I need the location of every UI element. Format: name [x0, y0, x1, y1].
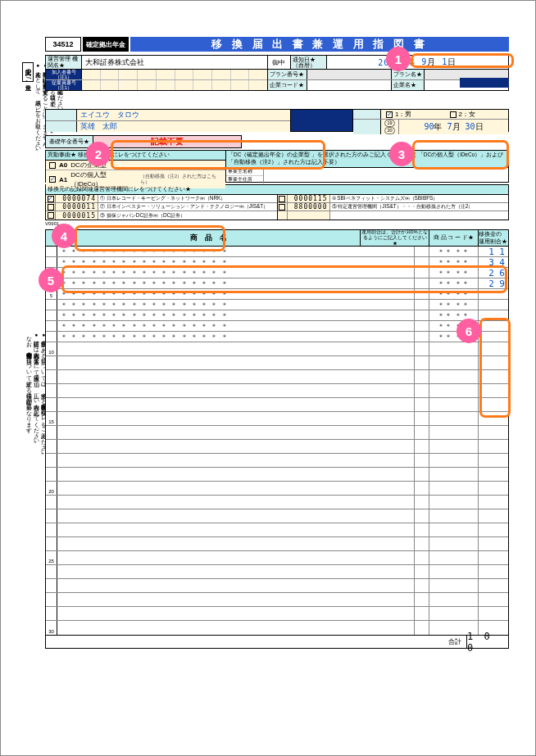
- alloc-product-code[interactable]: [429, 565, 479, 578]
- alloc-product-code[interactable]: [429, 370, 479, 383]
- rk-check-5[interactable]: [278, 203, 288, 211]
- alloc-percentage[interactable]: [479, 332, 508, 342]
- rk-check-1[interactable]: ✓: [46, 195, 56, 202]
- alloc-product-code[interactable]: ＊＊ ＊＊: [429, 300, 479, 310]
- rk-row-1[interactable]: ✓ 0000074 ① 日本レコード・キーピング・ネットワーク㈱（NRK）: [46, 195, 277, 203]
- alloc-product-code[interactable]: [429, 607, 479, 620]
- alloc-product-code[interactable]: [429, 496, 479, 509]
- subscriber-number-field[interactable]: [82, 70, 267, 79]
- alloc-product-code[interactable]: [429, 482, 479, 495]
- alloc-percentage[interactable]: [479, 384, 508, 397]
- date-value[interactable]: 20 21 9 1: [327, 56, 509, 69]
- alloc-product-name[interactable]: [57, 496, 415, 509]
- alloc-percentage[interactable]: 3 4: [479, 257, 508, 267]
- alloc-product-name[interactable]: [57, 621, 415, 635]
- alloc-product-code[interactable]: [429, 356, 479, 369]
- alloc-product-code[interactable]: ＊＊ ＊＊: [429, 247, 479, 256]
- alloc-row-empty[interactable]: [46, 384, 508, 398]
- sex-male-option[interactable]: ✓ 1：男: [381, 110, 445, 119]
- alloc-percentage[interactable]: [479, 537, 508, 550]
- alloc-product-name[interactable]: [57, 551, 415, 564]
- alloc-product-code[interactable]: [429, 579, 479, 592]
- alloc-product-name[interactable]: [57, 523, 415, 536]
- alloc-row-empty[interactable]: [46, 523, 508, 537]
- alloc-row[interactable]: ＊ ＊ ＊ ＊ ＊ ＊ ＊ ＊ ＊ ＊ ＊ ＊ ＊ ＊ ＊ ＊ ＊＊＊ ＊＊3 …: [46, 257, 508, 268]
- alloc-row-empty[interactable]: [46, 537, 508, 551]
- alloc-percentage[interactable]: [479, 593, 508, 606]
- alloc-product-name[interactable]: [57, 593, 415, 606]
- rk-row-2[interactable]: 0000011 ② 日本インベスター・ソリューション・アンド・テクノロジー㈱（J…: [46, 203, 277, 211]
- alloc-percentage[interactable]: [479, 523, 508, 536]
- alloc-product-code[interactable]: [429, 523, 479, 536]
- rk-check-4[interactable]: [278, 195, 288, 202]
- alloc-product-code[interactable]: ＊＊ ＊＊: [429, 289, 479, 299]
- alloc-product-name[interactable]: [57, 342, 415, 355]
- transfer-corp-value[interactable]: [264, 168, 508, 183]
- alloc-product-name[interactable]: [57, 565, 415, 578]
- alloc-product-name[interactable]: [57, 356, 415, 369]
- alloc-row-empty[interactable]: [46, 370, 508, 384]
- alloc-product-name[interactable]: ＊ ＊ ＊ ＊ ＊ ＊ ＊ ＊ ＊ ＊ ＊ ＊ ＊ ＊ ＊ ＊ ＊: [57, 310, 415, 320]
- alloc-product-name[interactable]: ＊ ＊ ＊ ＊ ＊ ＊ ＊ ＊ ＊ ＊ ＊ ＊ ＊ ＊ ＊ ＊ ＊: [57, 257, 415, 267]
- alloc-product-code[interactable]: [429, 454, 479, 467]
- alloc-product-code[interactable]: [429, 537, 479, 550]
- sex-male-check[interactable]: ✓: [386, 111, 393, 118]
- alloc-row-empty[interactable]: [46, 426, 508, 440]
- alloc-product-code[interactable]: ＊＊ ＊＊: [429, 278, 479, 288]
- alloc-product-name[interactable]: [57, 370, 415, 383]
- alloc-row-empty[interactable]: [46, 440, 508, 454]
- alloc-row-empty[interactable]: 30: [46, 621, 508, 635]
- alloc-percentage[interactable]: [479, 509, 508, 523]
- alloc-row-empty[interactable]: [46, 593, 508, 607]
- name-kana[interactable]: エイユウ タロウ: [77, 110, 290, 120]
- alloc-row-empty[interactable]: [46, 509, 508, 523]
- alloc-product-code[interactable]: [429, 384, 479, 397]
- alloc-percentage[interactable]: [479, 289, 508, 299]
- alloc-row-empty[interactable]: 20: [46, 482, 508, 496]
- alloc-percentage[interactable]: 1 1: [479, 247, 508, 256]
- employee-number-field[interactable]: [82, 80, 267, 90]
- alloc-product-name[interactable]: [57, 482, 415, 495]
- alloc-percentage[interactable]: [479, 310, 508, 320]
- alloc-product-name[interactable]: ＊ ＊ ＊ ＊ ＊ ＊ ＊ ＊ ＊ ＊ ＊ ＊ ＊ ＊ ＊ ＊ ＊: [57, 321, 415, 331]
- alloc-row-empty[interactable]: [46, 356, 508, 370]
- alloc-product-code[interactable]: [429, 426, 479, 439]
- alloc-product-name[interactable]: [57, 454, 415, 467]
- alloc-row-empty[interactable]: 25: [46, 551, 508, 565]
- alloc-product-name[interactable]: ＊ ＊ ＊ ＊ ＊ ＊ ＊ ＊ ＊ ＊ ＊ ＊ ＊ ＊ ＊ ＊ ＊: [57, 289, 415, 299]
- alloc-product-name[interactable]: [57, 412, 415, 425]
- alloc-product-code[interactable]: [429, 412, 479, 425]
- alloc-product-name[interactable]: [57, 440, 415, 453]
- alloc-product-code[interactable]: [429, 468, 479, 481]
- alloc-product-name[interactable]: [57, 607, 415, 620]
- dob-value[interactable]: 90 7 30: [399, 120, 508, 134]
- alloc-row[interactable]: ＊ ＊ ＊ ＊ ＊ ＊ ＊ ＊ ＊ ＊ ＊ ＊ ＊ ＊ ＊ ＊ ＊＊＊ ＊＊2 …: [46, 278, 508, 289]
- transfer-option-a0[interactable]: A0 DCの企業型: [46, 161, 225, 170]
- alloc-percentage[interactable]: [479, 440, 508, 453]
- alloc-percentage[interactable]: 2 9: [479, 278, 508, 288]
- alloc-product-name[interactable]: ＊ ＊ ＊ ＊ ＊ ＊ ＊ ＊ ＊ ＊ ＊ ＊ ＊ ＊ ＊ ＊ ＊: [57, 300, 415, 310]
- rk-row-3[interactable]: 0000015 ③ 損保ジャパンDC証券㈱（DC証券）: [46, 211, 277, 220]
- alloc-product-name[interactable]: [57, 579, 415, 592]
- alloc-percentage[interactable]: [479, 579, 508, 592]
- alloc-percentage[interactable]: [479, 607, 508, 620]
- alloc-row-empty[interactable]: [46, 579, 508, 593]
- alloc-row-empty[interactable]: [46, 607, 508, 621]
- alloc-product-name[interactable]: [57, 468, 415, 481]
- rk-check-6[interactable]: [278, 211, 288, 220]
- alloc-row-empty[interactable]: 10: [46, 342, 508, 356]
- sex-female-option[interactable]: 2：女: [445, 110, 509, 119]
- alloc-percentage[interactable]: [479, 342, 508, 355]
- alloc-product-name[interactable]: ＊ ＊ ＊ ＊ ＊ ＊ ＊ ＊ ＊ ＊ ＊ ＊ ＊ ＊ ＊ ＊ ＊: [57, 332, 415, 342]
- era-19[interactable]: 19: [384, 120, 394, 127]
- era-selector[interactable]: 19 20: [381, 120, 399, 134]
- alloc-product-name[interactable]: [57, 398, 415, 411]
- rk-check-2[interactable]: [46, 203, 56, 211]
- rk-row-6[interactable]: [278, 211, 509, 220]
- sex-female-check[interactable]: [450, 111, 457, 118]
- transfer-a1-check[interactable]: ✓: [49, 176, 56, 183]
- alloc-product-name[interactable]: [57, 509, 415, 523]
- alloc-row-empty[interactable]: [46, 468, 508, 482]
- alloc-product-code[interactable]: ＊＊ ＊＊: [429, 268, 479, 278]
- alloc-percentage[interactable]: [479, 468, 508, 481]
